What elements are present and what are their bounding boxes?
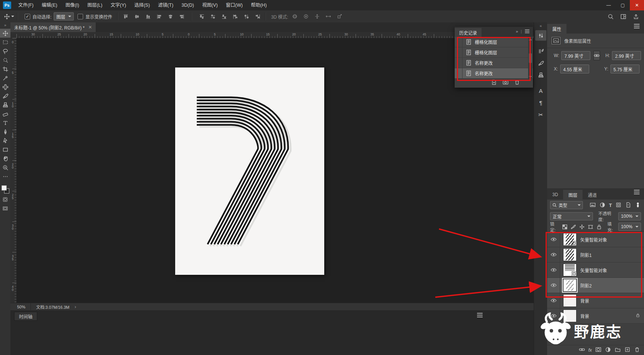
hand-tool-icon[interactable] <box>0 154 10 163</box>
layer-row-0[interactable]: 矢量智能对象 <box>547 232 644 247</box>
visibility-eye-icon[interactable] <box>547 308 560 323</box>
scroll-up-icon[interactable] <box>529 37 532 40</box>
screen-mode-icon[interactable] <box>0 204 10 213</box>
document-canvas[interactable] <box>175 67 324 275</box>
type-filter-icon[interactable]: T <box>609 203 612 208</box>
link-layers-icon[interactable] <box>579 346 585 354</box>
foreground-color-swatch[interactable] <box>1 185 7 191</box>
properties-menu-icon[interactable] <box>634 26 640 26</box>
snapshot-source-checkbox[interactable] <box>455 58 463 68</box>
tab-通道[interactable]: 通道 <box>583 190 602 200</box>
delete-layer-icon[interactable] <box>634 346 640 354</box>
lock-position-icon[interactable] <box>578 224 586 230</box>
align-hcenter-icon[interactable] <box>166 12 175 21</box>
fill-dropdown[interactable]: 100% <box>618 223 641 231</box>
align-right-icon[interactable] <box>177 12 186 21</box>
workspace-switcher-icon[interactable] <box>619 12 628 21</box>
scrollbar-thumb[interactable] <box>529 53 532 63</box>
dock-properties-icon[interactable] <box>535 30 546 41</box>
dock-paragraph-icon[interactable]: ¶ <box>535 97 546 108</box>
scroll-down-icon[interactable] <box>529 76 532 79</box>
quick-mask-icon[interactable] <box>0 195 10 204</box>
tab-图层[interactable]: 图层 <box>563 190 583 200</box>
visibility-eye-icon[interactable] <box>547 278 560 293</box>
layer-group-icon[interactable] <box>615 346 621 354</box>
layer-name[interactable]: 阴影1 <box>580 252 592 258</box>
search-icon[interactable] <box>606 12 615 21</box>
lock-paint-icon[interactable] <box>570 224 577 230</box>
dist-left-icon[interactable] <box>231 12 240 21</box>
x-field[interactable]: 4.55 厘米 <box>560 65 589 73</box>
blend-mode-dropdown[interactable]: 正常 <box>550 212 593 220</box>
dist-hcenter-icon[interactable] <box>242 12 251 21</box>
layer-thumbnail[interactable] <box>563 310 577 322</box>
layer-thumbnail[interactable] <box>563 248 577 261</box>
new-layer-icon[interactable] <box>624 346 631 354</box>
layer-effects-icon[interactable]: fx <box>588 348 592 353</box>
dock-brush-settings-icon[interactable] <box>535 46 546 56</box>
dock-brushes-icon[interactable] <box>535 58 546 68</box>
tool-preset-caret-icon[interactable] <box>11 16 14 19</box>
layer-name[interactable]: 阴影2 <box>580 282 592 289</box>
layer-row-4[interactable]: 背景 <box>547 293 644 308</box>
collapse-history-icon[interactable]: » <box>516 29 518 34</box>
visibility-eye-icon[interactable] <box>547 293 560 308</box>
lasso-tool-icon[interactable] <box>0 47 10 56</box>
share-icon[interactable] <box>631 12 640 21</box>
eraser-tool-icon[interactable] <box>0 109 10 118</box>
dist-right-icon[interactable] <box>253 12 262 21</box>
timeline-tab[interactable]: 时间轴 <box>14 312 37 321</box>
zoom-level-field[interactable]: 50% <box>10 303 31 311</box>
visibility-eye-icon[interactable] <box>547 232 560 247</box>
crop-tool-icon[interactable] <box>0 65 10 73</box>
link-dimensions-icon[interactable] <box>593 51 600 60</box>
history-step-1[interactable]: 栅格化图层 <box>455 47 533 58</box>
layer-name[interactable]: 矢量智能对象 <box>580 267 607 273</box>
menu-item-2[interactable]: 图像(I) <box>61 3 83 8</box>
more-tools-tool-icon[interactable] <box>0 172 10 181</box>
layer-row-1[interactable]: 阴影1 <box>547 247 644 263</box>
shape-filter-icon[interactable] <box>615 202 622 209</box>
align-top-icon[interactable] <box>121 12 130 21</box>
image-filter-icon[interactable] <box>590 202 596 209</box>
path-selection-tool-icon[interactable] <box>0 136 10 145</box>
3d-drag-icon[interactable] <box>313 12 322 21</box>
align-vcenter-icon[interactable] <box>132 12 141 21</box>
3d-roll-icon[interactable] <box>302 12 310 21</box>
menu-item-8[interactable]: 视图(V) <box>198 3 222 8</box>
align-bottom-icon[interactable] <box>143 12 152 21</box>
width-field[interactable]: 7.99 英寸 <box>561 51 590 60</box>
timeline-menu-icon[interactable] <box>477 315 483 315</box>
align-left-icon[interactable] <box>155 12 164 21</box>
dock-clone-source-icon[interactable] <box>535 70 546 80</box>
dock-annotate-icon[interactable]: ✂ <box>535 109 546 120</box>
layer-row-3[interactable]: 阴影2 <box>547 278 644 293</box>
new-document-from-state-icon[interactable] <box>491 79 497 87</box>
rectangular-marquee-tool-icon[interactable] <box>0 38 10 47</box>
menu-item-1[interactable]: 编辑(E) <box>38 3 61 8</box>
expand-panels-icon[interactable]: « <box>534 24 547 28</box>
menu-item-10[interactable]: 帮助(H) <box>247 3 271 8</box>
lock-transparent-icon[interactable] <box>561 224 569 230</box>
layer-name[interactable]: 矢量智能对象 <box>580 236 607 243</box>
history-scrollbar[interactable] <box>528 37 533 79</box>
layer-name[interactable]: 背景 <box>580 313 589 319</box>
history-step-0[interactable]: 栅格化图层 <box>455 37 533 47</box>
opacity-dropdown[interactable]: 100% <box>618 212 641 220</box>
layer-thumbnail[interactable] <box>563 264 577 276</box>
history-menu-icon[interactable] <box>525 31 530 32</box>
spot-healing-brush-tool-icon[interactable] <box>0 82 10 91</box>
3d-slide-icon[interactable] <box>324 12 333 21</box>
minimize-button-icon[interactable]: — <box>602 0 616 10</box>
close-tab-icon[interactable]: ✕ <box>88 25 92 30</box>
adjustment-filter-icon[interactable] <box>599 202 606 209</box>
show-transform-checkbox[interactable]: ✓ <box>78 14 83 19</box>
layer-row-2[interactable]: 矢量智能对象 <box>547 263 644 278</box>
maximize-button-icon[interactable]: ▢ <box>616 0 630 10</box>
brush-tool-icon[interactable] <box>0 91 10 100</box>
color-swatches[interactable] <box>0 184 10 195</box>
rectangle-shape-tool-icon[interactable] <box>0 145 10 154</box>
filter-toggle-icon[interactable] <box>635 202 641 209</box>
quick-selection-tool-icon[interactable] <box>0 56 10 65</box>
eyedropper-tool-icon[interactable] <box>0 73 10 82</box>
